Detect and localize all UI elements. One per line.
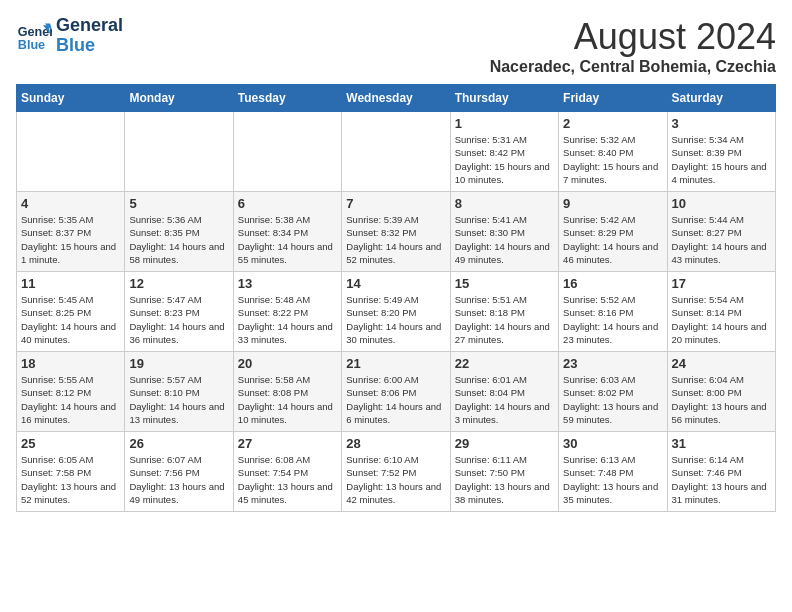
header-day-wednesday: Wednesday — [342, 85, 450, 112]
calendar-cell — [125, 112, 233, 192]
day-number: 29 — [455, 436, 554, 451]
calendar-cell: 14Sunrise: 5:49 AM Sunset: 8:20 PM Dayli… — [342, 272, 450, 352]
calendar-table: SundayMondayTuesdayWednesdayThursdayFrid… — [16, 84, 776, 512]
location-title: Naceradec, Central Bohemia, Czechia — [490, 58, 776, 76]
day-info: Sunrise: 5:36 AM Sunset: 8:35 PM Dayligh… — [129, 213, 228, 266]
calendar-cell: 19Sunrise: 5:57 AM Sunset: 8:10 PM Dayli… — [125, 352, 233, 432]
calendar-cell: 31Sunrise: 6:14 AM Sunset: 7:46 PM Dayli… — [667, 432, 775, 512]
day-info: Sunrise: 5:54 AM Sunset: 8:14 PM Dayligh… — [672, 293, 771, 346]
header-day-friday: Friday — [559, 85, 667, 112]
day-info: Sunrise: 5:31 AM Sunset: 8:42 PM Dayligh… — [455, 133, 554, 186]
day-info: Sunrise: 6:08 AM Sunset: 7:54 PM Dayligh… — [238, 453, 337, 506]
calendar-cell: 7Sunrise: 5:39 AM Sunset: 8:32 PM Daylig… — [342, 192, 450, 272]
day-info: Sunrise: 6:00 AM Sunset: 8:06 PM Dayligh… — [346, 373, 445, 426]
calendar-cell: 8Sunrise: 5:41 AM Sunset: 8:30 PM Daylig… — [450, 192, 558, 272]
day-info: Sunrise: 6:07 AM Sunset: 7:56 PM Dayligh… — [129, 453, 228, 506]
day-info: Sunrise: 6:04 AM Sunset: 8:00 PM Dayligh… — [672, 373, 771, 426]
day-number: 30 — [563, 436, 662, 451]
day-info: Sunrise: 5:42 AM Sunset: 8:29 PM Dayligh… — [563, 213, 662, 266]
day-info: Sunrise: 5:45 AM Sunset: 8:25 PM Dayligh… — [21, 293, 120, 346]
day-info: Sunrise: 6:11 AM Sunset: 7:50 PM Dayligh… — [455, 453, 554, 506]
day-info: Sunrise: 5:51 AM Sunset: 8:18 PM Dayligh… — [455, 293, 554, 346]
day-info: Sunrise: 5:44 AM Sunset: 8:27 PM Dayligh… — [672, 213, 771, 266]
day-number: 16 — [563, 276, 662, 291]
week-row-4: 18Sunrise: 5:55 AM Sunset: 8:12 PM Dayli… — [17, 352, 776, 432]
day-number: 4 — [21, 196, 120, 211]
day-number: 6 — [238, 196, 337, 211]
header-day-saturday: Saturday — [667, 85, 775, 112]
day-number: 3 — [672, 116, 771, 131]
month-title: August 2024 — [490, 16, 776, 58]
calendar-cell: 9Sunrise: 5:42 AM Sunset: 8:29 PM Daylig… — [559, 192, 667, 272]
calendar-cell: 26Sunrise: 6:07 AM Sunset: 7:56 PM Dayli… — [125, 432, 233, 512]
calendar-cell — [17, 112, 125, 192]
week-row-5: 25Sunrise: 6:05 AM Sunset: 7:58 PM Dayli… — [17, 432, 776, 512]
day-info: Sunrise: 6:10 AM Sunset: 7:52 PM Dayligh… — [346, 453, 445, 506]
day-info: Sunrise: 5:58 AM Sunset: 8:08 PM Dayligh… — [238, 373, 337, 426]
calendar-cell: 13Sunrise: 5:48 AM Sunset: 8:22 PM Dayli… — [233, 272, 341, 352]
day-info: Sunrise: 5:47 AM Sunset: 8:23 PM Dayligh… — [129, 293, 228, 346]
day-number: 5 — [129, 196, 228, 211]
day-number: 18 — [21, 356, 120, 371]
calendar-cell: 25Sunrise: 6:05 AM Sunset: 7:58 PM Dayli… — [17, 432, 125, 512]
calendar-cell: 22Sunrise: 6:01 AM Sunset: 8:04 PM Dayli… — [450, 352, 558, 432]
day-info: Sunrise: 6:01 AM Sunset: 8:04 PM Dayligh… — [455, 373, 554, 426]
calendar-cell: 5Sunrise: 5:36 AM Sunset: 8:35 PM Daylig… — [125, 192, 233, 272]
day-info: Sunrise: 5:34 AM Sunset: 8:39 PM Dayligh… — [672, 133, 771, 186]
day-number: 27 — [238, 436, 337, 451]
day-number: 1 — [455, 116, 554, 131]
day-number: 12 — [129, 276, 228, 291]
calendar-cell: 20Sunrise: 5:58 AM Sunset: 8:08 PM Dayli… — [233, 352, 341, 432]
calendar-cell: 17Sunrise: 5:54 AM Sunset: 8:14 PM Dayli… — [667, 272, 775, 352]
day-number: 2 — [563, 116, 662, 131]
header-day-tuesday: Tuesday — [233, 85, 341, 112]
day-number: 24 — [672, 356, 771, 371]
day-number: 21 — [346, 356, 445, 371]
logo: General Blue General Blue — [16, 16, 123, 56]
calendar-cell: 21Sunrise: 6:00 AM Sunset: 8:06 PM Dayli… — [342, 352, 450, 432]
day-number: 23 — [563, 356, 662, 371]
header-row: SundayMondayTuesdayWednesdayThursdayFrid… — [17, 85, 776, 112]
day-number: 9 — [563, 196, 662, 211]
week-row-2: 4Sunrise: 5:35 AM Sunset: 8:37 PM Daylig… — [17, 192, 776, 272]
day-info: Sunrise: 5:39 AM Sunset: 8:32 PM Dayligh… — [346, 213, 445, 266]
day-number: 31 — [672, 436, 771, 451]
week-row-3: 11Sunrise: 5:45 AM Sunset: 8:25 PM Dayli… — [17, 272, 776, 352]
title-area: August 2024 Naceradec, Central Bohemia, … — [490, 16, 776, 76]
day-number: 8 — [455, 196, 554, 211]
day-info: Sunrise: 6:03 AM Sunset: 8:02 PM Dayligh… — [563, 373, 662, 426]
header-day-thursday: Thursday — [450, 85, 558, 112]
calendar-cell: 30Sunrise: 6:13 AM Sunset: 7:48 PM Dayli… — [559, 432, 667, 512]
day-info: Sunrise: 6:14 AM Sunset: 7:46 PM Dayligh… — [672, 453, 771, 506]
calendar-cell: 11Sunrise: 5:45 AM Sunset: 8:25 PM Dayli… — [17, 272, 125, 352]
day-info: Sunrise: 5:35 AM Sunset: 8:37 PM Dayligh… — [21, 213, 120, 266]
calendar-cell: 12Sunrise: 5:47 AM Sunset: 8:23 PM Dayli… — [125, 272, 233, 352]
day-number: 22 — [455, 356, 554, 371]
day-number: 28 — [346, 436, 445, 451]
calendar-cell: 15Sunrise: 5:51 AM Sunset: 8:18 PM Dayli… — [450, 272, 558, 352]
calendar-cell: 1Sunrise: 5:31 AM Sunset: 8:42 PM Daylig… — [450, 112, 558, 192]
day-number: 11 — [21, 276, 120, 291]
day-number: 26 — [129, 436, 228, 451]
day-info: Sunrise: 5:41 AM Sunset: 8:30 PM Dayligh… — [455, 213, 554, 266]
header-day-sunday: Sunday — [17, 85, 125, 112]
calendar-cell: 29Sunrise: 6:11 AM Sunset: 7:50 PM Dayli… — [450, 432, 558, 512]
day-info: Sunrise: 6:13 AM Sunset: 7:48 PM Dayligh… — [563, 453, 662, 506]
header-day-monday: Monday — [125, 85, 233, 112]
day-number: 25 — [21, 436, 120, 451]
day-number: 10 — [672, 196, 771, 211]
day-number: 19 — [129, 356, 228, 371]
day-number: 17 — [672, 276, 771, 291]
day-info: Sunrise: 5:32 AM Sunset: 8:40 PM Dayligh… — [563, 133, 662, 186]
calendar-cell: 2Sunrise: 5:32 AM Sunset: 8:40 PM Daylig… — [559, 112, 667, 192]
day-info: Sunrise: 5:48 AM Sunset: 8:22 PM Dayligh… — [238, 293, 337, 346]
day-number: 14 — [346, 276, 445, 291]
day-info: Sunrise: 5:52 AM Sunset: 8:16 PM Dayligh… — [563, 293, 662, 346]
day-number: 7 — [346, 196, 445, 211]
day-info: Sunrise: 5:55 AM Sunset: 8:12 PM Dayligh… — [21, 373, 120, 426]
week-row-1: 1Sunrise: 5:31 AM Sunset: 8:42 PM Daylig… — [17, 112, 776, 192]
calendar-cell: 27Sunrise: 6:08 AM Sunset: 7:54 PM Dayli… — [233, 432, 341, 512]
svg-text:Blue: Blue — [18, 37, 45, 51]
calendar-cell: 16Sunrise: 5:52 AM Sunset: 8:16 PM Dayli… — [559, 272, 667, 352]
logo-icon: General Blue — [16, 18, 52, 54]
